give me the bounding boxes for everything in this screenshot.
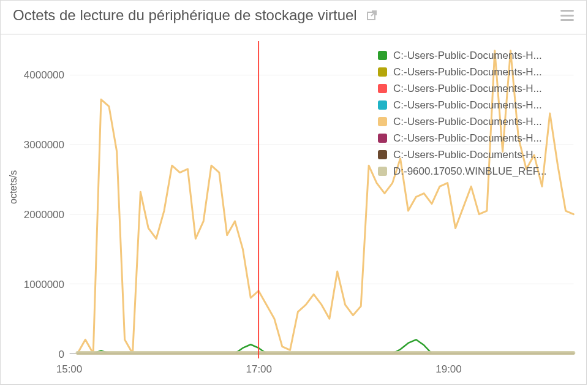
legend-item[interactable]: D:-9600.17050.WINBLUE_REF... [378,163,574,180]
x-tick-label: 19:00 [435,363,462,376]
legend-swatch [378,100,387,110]
legend-swatch [378,51,387,60]
legend-label: C:-Users-Public-Documents-H... [393,113,542,130]
y-tick-label: 3000000 [9,139,64,151]
panel-title: Octets de lecture du périphérique de sto… [13,7,357,24]
legend-item[interactable]: C:-Users-Public-Documents-H... [378,113,574,130]
legend-label: C:-Users-Public-Documents-H... [393,47,542,64]
popout-icon[interactable] [366,9,378,21]
y-tick-label: 4000000 [9,69,64,81]
svg-rect-8 [260,356,276,368]
legend-swatch [378,134,387,143]
legend-swatch [378,67,387,77]
legend-item[interactable]: C:-Users-Public-Documents-H... [378,80,574,97]
legend-swatch [378,167,387,176]
x-tick-label: 15:00 [56,363,83,376]
legend-label: C:-Users-Public-Documents-H... [393,146,542,163]
chart-panel: Octets de lecture du périphérique de sto… [0,0,587,385]
y-tick-label: 0 [9,349,64,361]
legend-swatch [378,150,387,159]
legend-swatch [378,117,387,126]
legend-swatch [378,84,387,93]
legend-item[interactable]: C:-Users-Public-Documents-H... [378,47,574,64]
panel-header: Octets de lecture du périphérique de sto… [1,1,586,35]
legend-item[interactable]: C:-Users-Public-Documents-H... [378,130,574,146]
legend-label: C:-Users-Public-Documents-H... [393,130,542,146]
y-tick-label: 1000000 [9,279,64,291]
legend-item[interactable]: C:-Users-Public-Documents-H... [378,64,574,80]
legend-item[interactable]: C:-Users-Public-Documents-H... [378,146,574,163]
legend-label: D:-9600.17050.WINBLUE_REF... [393,163,546,180]
legend-label: C:-Users-Public-Documents-H... [393,97,542,113]
legend-item[interactable]: C:-Users-Public-Documents-H... [378,97,574,113]
hamburger-menu-icon[interactable] [560,10,574,21]
y-axis-label: octets/s [8,170,19,204]
chart-area: octets/s 01000000200000030000004000000 1… [1,35,586,384]
legend-label: C:-Users-Public-Documents-H... [393,64,542,80]
y-tick-label: 2000000 [9,209,64,221]
legend: C:-Users-Public-Documents-H...C:-Users-P… [378,47,574,180]
legend-label: C:-Users-Public-Documents-H... [393,80,542,97]
